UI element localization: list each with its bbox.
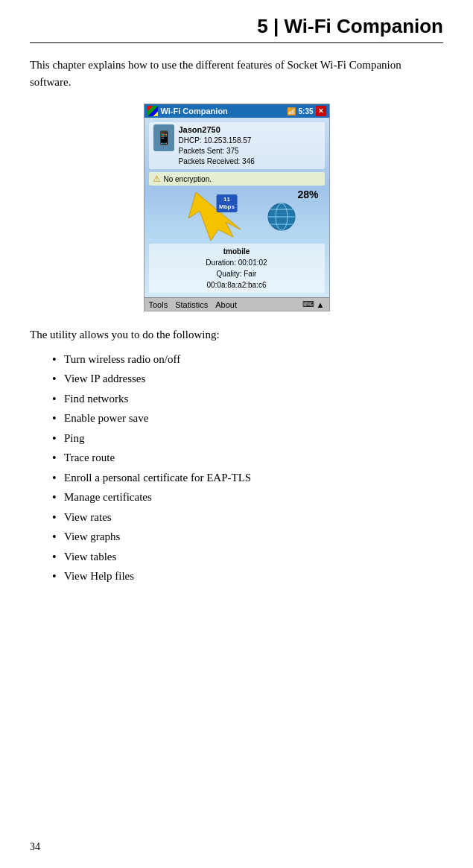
chapter-num: 5	[257, 15, 267, 37]
toolbar-about[interactable]: About	[215, 300, 237, 309]
speed-unit: Mbps	[219, 203, 235, 211]
speed-number: 11	[219, 196, 235, 203]
close-button[interactable]: ✕	[316, 106, 326, 116]
screenshot-container: Wi-Fi Companion 📶 5:35 ✕ 📱 Jason2750 DHC…	[30, 104, 443, 311]
screenshot-body: 📱 Jason2750 DHCP: 10.253.158.57 Packets …	[145, 118, 329, 297]
app-name: Wi-Fi Companion	[161, 107, 228, 115]
chapter-title: Wi-Fi Companion	[284, 15, 443, 37]
list-item-9: View graphs	[52, 528, 443, 545]
keyboard-icon[interactable]: ⌨	[302, 300, 314, 309]
network-duration: Duration: 00:01:02	[153, 257, 320, 268]
packets-received: Packets Received: 346	[179, 156, 255, 167]
utility-intro: The utility allows you to do the followi…	[30, 326, 443, 343]
list-item-10: View tables	[52, 548, 443, 566]
screenshot-toolbar: Tools Statistics About ⌨ ▲	[145, 297, 329, 311]
warning-text: No encryption.	[164, 175, 212, 183]
network-quality: Quality: Fair	[153, 268, 320, 279]
signal-icon: 📶	[287, 107, 296, 115]
time-label: 5:35	[298, 107, 313, 115]
chapter-heading: 5 | Wi-Fi Companion	[30, 15, 443, 43]
list-item-5: Trace route	[52, 449, 443, 466]
network-info-panel: tmobile Duration: 00:01:02 Quality: Fair…	[149, 244, 325, 293]
network-name: tmobile	[153, 246, 320, 257]
device-details: Jason2750 DHCP: 10.253.158.57 Packets Se…	[179, 124, 255, 167]
list-item-2: Find networks	[52, 390, 443, 408]
toolbar-statistics[interactable]: Statistics	[175, 300, 208, 309]
device-info-panel: 📱 Jason2750 DHCP: 10.253.158.57 Packets …	[149, 122, 325, 169]
warning-bar: ⚠ No encryption.	[149, 172, 325, 186]
feature-list: Turn wireless radio on/off View IP addre…	[52, 351, 443, 585]
wifi-companion-screenshot: Wi-Fi Companion 📶 5:35 ✕ 📱 Jason2750 DHC…	[144, 104, 330, 311]
packets-sent: Packets Sent: 375	[179, 146, 255, 156]
windows-flag-icon	[147, 106, 158, 116]
chapter-separator: |	[273, 15, 285, 37]
list-item-8: View rates	[52, 509, 443, 526]
list-item-0: Turn wireless radio on/off	[52, 351, 443, 368]
page-number: 34	[30, 841, 40, 853]
signal-area: 11 Mbps 28%	[149, 189, 325, 241]
list-item-4: Ping	[52, 430, 443, 447]
list-item-1: View IP addresses	[52, 370, 443, 387]
device-icon: 📱	[153, 124, 174, 151]
list-item-6: Enroll a personal certificate for EAP-TL…	[52, 469, 443, 487]
network-mac: 00:0a:8a:a2:ba:c6	[153, 279, 320, 291]
device-name: Jason2750	[179, 124, 255, 136]
signal-percent: 28%	[297, 189, 318, 200]
intro-paragraph: This chapter explains how to use the dif…	[30, 57, 443, 90]
titlebar: Wi-Fi Companion 📶 5:35 ✕	[145, 104, 329, 118]
warning-icon: ⚠	[153, 174, 161, 184]
toolbar-tools[interactable]: Tools	[149, 300, 168, 309]
list-item-7: Manage certificates	[52, 489, 443, 506]
dhcp-info: DHCP: 10.253.158.57	[179, 136, 255, 146]
list-item-11: View Help files	[52, 568, 443, 585]
list-item-3: Enable power save	[52, 410, 443, 427]
speed-badge: 11 Mbps	[216, 194, 238, 212]
scroll-up-icon[interactable]: ▲	[317, 300, 325, 309]
